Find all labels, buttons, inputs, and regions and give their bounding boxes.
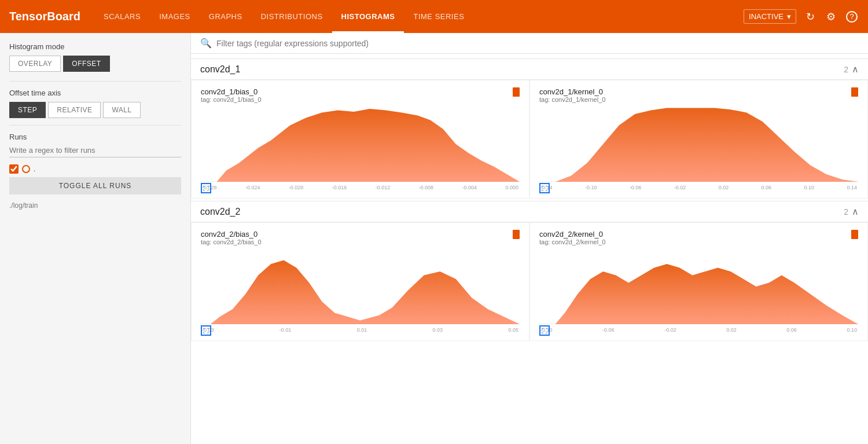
help-icon[interactable]: ?	[845, 10, 859, 24]
divider-1	[9, 81, 181, 82]
chart-tag-1-0: tag: conv2d_2/bias_0	[201, 238, 520, 245]
group-name-0: conv2d_1	[200, 64, 240, 75]
nav-histograms[interactable]: HISTOGRAMS	[332, 0, 404, 33]
chart-svg-1-1	[539, 249, 858, 324]
run-log-path: ./log/train	[9, 201, 181, 210]
toggle-all-button[interactable]: TOGGLE ALL RUNS	[9, 177, 181, 195]
chart-title-1-1: conv2d_2/kernel_0	[539, 230, 858, 238]
chevron-up-icon-0: ∧	[852, 64, 859, 75]
group-name-1: conv2d_2	[200, 207, 240, 217]
wall-button[interactable]: WALL	[103, 102, 140, 118]
group-count-0: 2	[844, 65, 848, 74]
fullscreen-button-0-1[interactable]: ⛶	[539, 183, 550, 193]
charts-grid-1: conv2d_2/bias_0 tag: conv2d_2/bias_0 -0.…	[191, 222, 868, 341]
chart-svg-0-1	[539, 107, 858, 182]
nav-scalars[interactable]: SCALARS	[94, 0, 150, 33]
chart-cell-0-0: conv2d_1/bias_0 tag: conv2d_1/bias_0 -0.…	[191, 80, 529, 199]
chart-cell-1-0: conv2d_2/bias_0 tag: conv2d_2/bias_0 -0.…	[191, 222, 529, 341]
chart-cell-0-1: conv2d_1/kernel_0 tag: conv2d_1/kernel_0…	[529, 80, 868, 199]
chart-title-0-1: conv2d_1/kernel_0	[539, 87, 858, 96]
nav-images[interactable]: IMAGES	[150, 0, 200, 33]
nav-graphs[interactable]: GRAPHS	[200, 0, 252, 33]
main-content: 🔍 conv2d_1 2 ∧ conv2d_1/bias_0 tag: conv…	[191, 33, 868, 444]
chart-color-indicator-1-1	[851, 230, 858, 239]
group-section-1: conv2d_2 2 ∧ conv2d_2/bias_0 tag: conv2d…	[191, 201, 868, 341]
relative-button[interactable]: RELATIVE	[48, 102, 101, 118]
settings-icon[interactable]: ⚙	[824, 10, 838, 24]
chart-title-1-0: conv2d_2/bias_0	[201, 230, 520, 238]
topnav: TensorBoard SCALARS IMAGES GRAPHS DISTRI…	[0, 0, 868, 33]
chart-tag-1-1: tag: conv2d_2/kernel_0	[539, 238, 858, 245]
histogram-mode-title: Histogram mode	[9, 42, 181, 51]
chart-color-indicator-1-0	[513, 230, 520, 239]
nav-time-series[interactable]: TIME SERIES	[404, 0, 473, 33]
groups-container: conv2d_1 2 ∧ conv2d_1/bias_0 tag: conv2d…	[191, 54, 868, 444]
offset-button[interactable]: OFFSET	[63, 56, 109, 72]
chevron-down-icon: ▾	[787, 12, 791, 21]
group-header-0[interactable]: conv2d_1 2 ∧	[191, 58, 868, 80]
charts-grid-0: conv2d_1/bias_0 tag: conv2d_1/bias_0 -0.…	[191, 80, 868, 199]
chart-cell-1-1: conv2d_2/kernel_0 tag: conv2d_2/kernel_0…	[529, 222, 868, 341]
step-button[interactable]: STEP	[9, 102, 46, 118]
group-header-1[interactable]: conv2d_2 2 ∧	[191, 201, 868, 222]
chart-area-1-0: -0.03-0.010.010.030.05	[201, 249, 520, 324]
fullscreen-icon-1-1: ⛶	[542, 328, 547, 334]
divider-2	[9, 125, 181, 126]
refresh-icon[interactable]: ↻	[803, 10, 817, 24]
fullscreen-icon-1-0: ⛶	[203, 328, 209, 334]
fullscreen-button-1-1[interactable]: ⛶	[539, 325, 550, 336]
overlay-button[interactable]: OVERLAY	[9, 56, 61, 72]
group-count-expand-0: 2 ∧	[844, 64, 859, 75]
chevron-up-icon-1: ∧	[852, 206, 859, 217]
chart-area-0-0: -0.028-0.024-0.020-0.016-0.012-0.008-0.0…	[201, 107, 520, 182]
filter-runs-input[interactable]	[9, 144, 181, 157]
sidebar: Histogram mode OVERLAY OFFSET Offset tim…	[0, 33, 191, 444]
group-count-expand-1: 2 ∧	[844, 206, 859, 217]
run-circle-icon	[22, 165, 30, 173]
group-count-1: 2	[844, 207, 848, 217]
fullscreen-icon-0-0: ⛶	[203, 185, 209, 192]
chart-svg-1-0	[201, 249, 520, 324]
chart-area-0-1: -0.14-0.10-0.06-0.020.020.060.100.14	[539, 107, 858, 182]
run-item: .	[9, 164, 181, 174]
fullscreen-button-1-0[interactable]: ⛶	[201, 325, 211, 336]
search-icon: 🔍	[200, 38, 212, 49]
filter-bar: 🔍	[191, 33, 868, 54]
runs-title: Runs	[9, 133, 181, 141]
chart-area-1-1: -0.10-0.06-0.020.020.060.10	[539, 249, 858, 324]
fullscreen-button-0-0[interactable]: ⛶	[201, 183, 211, 193]
filter-tags-input[interactable]	[216, 39, 859, 48]
chart-color-indicator-0-0	[513, 87, 520, 97]
nav-links: SCALARS IMAGES GRAPHS DISTRIBUTIONS HIST…	[94, 0, 744, 33]
chart-color-indicator-0-1	[851, 87, 858, 97]
fullscreen-icon-0-1: ⛶	[542, 185, 547, 192]
chart-title-0-0: conv2d_1/bias_0	[201, 87, 520, 96]
inactive-dropdown[interactable]: INACTIVE ▾	[744, 9, 796, 24]
run-dot-label: .	[34, 165, 35, 173]
nav-distributions[interactable]: DISTRIBUTIONS	[252, 0, 332, 33]
chart-tag-0-1: tag: conv2d_1/kernel_0	[539, 96, 858, 103]
offset-axis-title: Offset time axis	[9, 89, 181, 97]
run-checkbox[interactable]	[9, 164, 19, 174]
main-layout: Histogram mode OVERLAY OFFSET Offset tim…	[0, 33, 868, 444]
mode-buttons: OVERLAY OFFSET	[9, 56, 181, 72]
topnav-right: INACTIVE ▾ ↻ ⚙ ?	[744, 9, 859, 24]
chart-svg-0-0	[201, 107, 520, 182]
chart-tag-0-0: tag: conv2d_1/bias_0	[201, 96, 520, 103]
logo: TensorBoard	[9, 10, 80, 23]
offset-buttons: STEP RELATIVE WALL	[9, 102, 181, 118]
group-section-0: conv2d_1 2 ∧ conv2d_1/bias_0 tag: conv2d…	[191, 58, 868, 199]
